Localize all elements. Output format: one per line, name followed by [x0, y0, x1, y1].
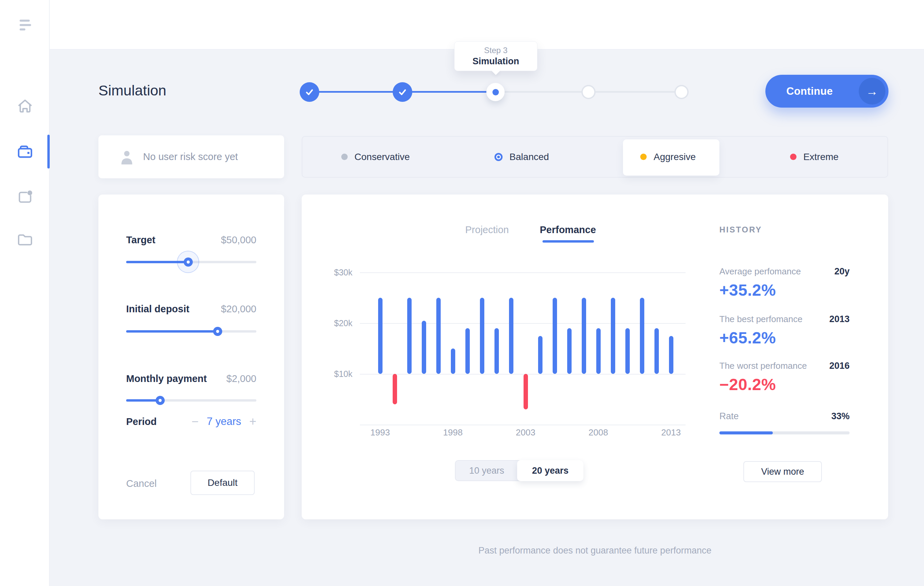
bar-1994: [393, 374, 397, 404]
period-value: 7 years: [207, 416, 241, 428]
user-silhouette-icon: [120, 150, 134, 164]
stat-label: The worst perfomance: [719, 361, 807, 371]
slider-track-monthly-payment[interactable]: [126, 399, 256, 402]
bar-2006: [567, 328, 572, 374]
slider-thumb[interactable]: [213, 327, 222, 336]
bar-2002: [509, 298, 513, 374]
bar-2013: [669, 336, 673, 374]
risk-option-balanced[interactable]: Balanced: [449, 137, 595, 177]
bar-1993: [378, 298, 383, 374]
y-axis-tick: $20k: [312, 319, 352, 328]
rate-progress-track[interactable]: [719, 431, 850, 434]
stat-tag: 2013: [829, 314, 850, 324]
menu-icon[interactable]: [20, 20, 33, 31]
stat-value: −20.2%: [719, 375, 850, 394]
slider-label: Initial deposit: [126, 304, 190, 315]
chart-gridline: [360, 374, 686, 375]
history-title: HISTORY: [719, 225, 762, 234]
wallet-icon: [16, 143, 34, 161]
risk-dot: [640, 154, 647, 160]
tab-projection[interactable]: Projection: [465, 224, 509, 236]
sidebar-item-folder[interactable]: [16, 231, 34, 249]
check-icon: [305, 87, 314, 97]
slider-value: $2,000: [226, 373, 256, 385]
step-4-todo[interactable]: [581, 85, 596, 99]
tab-perfomance[interactable]: Perfomance: [540, 224, 596, 236]
bar-1996: [422, 321, 426, 374]
risk-option-extreme[interactable]: Extreme: [741, 137, 888, 177]
risk-option-aggresive[interactable]: Aggresive: [595, 137, 741, 177]
arrow-right-icon: →: [859, 78, 886, 104]
risk-option-label: Aggresive: [653, 152, 696, 162]
bar-1999: [465, 328, 470, 374]
risk-option-label: Balanced: [509, 152, 549, 162]
slider-label: Monthly payment: [126, 373, 207, 385]
y-axis-tick: $30k: [312, 267, 352, 277]
sidebar-item-home[interactable]: [16, 97, 34, 115]
stat-tag: 20y: [834, 266, 850, 277]
risk-profile-selector: ConservativeBalancedAggresiveExtreme: [302, 136, 888, 178]
step-5-todo[interactable]: [675, 85, 689, 99]
stat-label: Average perfomance: [719, 266, 801, 277]
bar-2004: [538, 336, 543, 374]
bar-2008: [596, 328, 601, 374]
view-more-button[interactable]: View more: [743, 461, 822, 482]
simulation-settings-panel: Target$50,000Initial deposit$20,000Month…: [98, 195, 284, 519]
slider-row-label: Initial deposit$20,000: [126, 304, 256, 315]
slider-value: $50,000: [221, 234, 256, 246]
period-row: Period − 7 years +: [126, 414, 256, 429]
continue-button[interactable]: Continue →: [766, 75, 888, 107]
slider-value: $20,000: [221, 304, 256, 315]
step-tooltip-step: Step 3: [455, 46, 537, 55]
disclaimer-note: Past performance does not guarantee futu…: [302, 545, 888, 556]
check-icon: [398, 87, 407, 97]
continue-label: Continue: [786, 85, 833, 97]
range-toggle: 10 years20 years: [455, 460, 583, 481]
slider-track-initial-deposit[interactable]: [126, 330, 256, 333]
sidebar-item-wallet[interactable]: [16, 143, 34, 161]
step-1-done[interactable]: [300, 82, 319, 102]
step-3-active[interactable]: [486, 83, 505, 101]
chart-gridline: [360, 272, 686, 273]
app-root: CA New House Cameron Svenss: [0, 0, 924, 586]
bar-2011: [640, 298, 644, 374]
default-button[interactable]: Default: [190, 470, 255, 495]
period-increase-button[interactable]: +: [249, 414, 256, 429]
risk-score-empty-label: No user risk score yet: [143, 151, 238, 162]
history-stat: The best perfomance2013+65.2%: [719, 314, 850, 347]
range-10-years[interactable]: 10 years: [455, 461, 518, 480]
bar-2001: [495, 328, 499, 374]
range-20-years[interactable]: 20 years: [517, 460, 583, 481]
y-axis-tick: $10k: [312, 369, 352, 379]
slider-row-label: Monthly payment$2,000: [126, 373, 256, 385]
stat-value: +65.2%: [719, 328, 850, 347]
active-tab-underline: [543, 240, 594, 243]
chart-gridline: [360, 424, 686, 425]
risk-dot-selected: [495, 153, 503, 161]
slider-fill: [126, 399, 160, 402]
bar-2003: [523, 374, 528, 409]
slider-thumb[interactable]: [155, 396, 165, 405]
slider-thumb[interactable]: [184, 258, 193, 267]
cancel-button[interactable]: Cancel: [126, 478, 157, 489]
bar-1997: [436, 298, 441, 374]
history-stat: Average perfomance20y+35.2%: [719, 266, 850, 299]
risk-option-conservative[interactable]: Conservative: [302, 137, 449, 177]
rate-label: Rate: [719, 411, 739, 422]
stat-label: The best perfomance: [719, 314, 803, 324]
slider-track-target[interactable]: [126, 261, 256, 263]
bar-2007: [582, 298, 586, 374]
slider-label: Target: [126, 234, 155, 246]
period-decrease-button[interactable]: −: [191, 414, 198, 429]
history-stat: The worst perfomance2016−20.2%: [719, 361, 850, 394]
rate-value: 33%: [831, 411, 850, 422]
rate-row: Rate 33%: [719, 411, 850, 422]
risk-dot: [341, 154, 348, 160]
bar-1995: [407, 298, 412, 374]
bar-2012: [655, 328, 659, 374]
period-label: Period: [126, 416, 191, 428]
sidebar-item-board-badge[interactable]: [16, 188, 34, 206]
risk-option-label: Conservative: [355, 152, 409, 162]
step-2-done[interactable]: [393, 82, 412, 102]
risk-dot: [790, 154, 797, 160]
